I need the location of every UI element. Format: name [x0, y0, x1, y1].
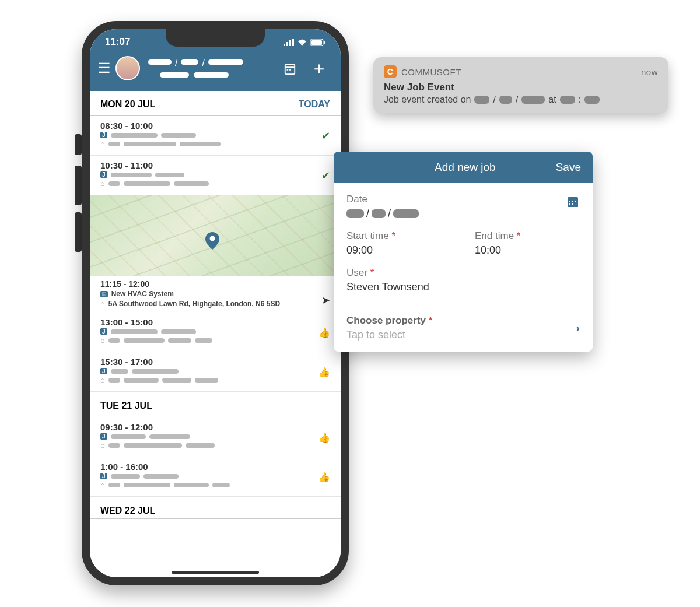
home-indicator[interactable] — [172, 571, 259, 574]
svg-rect-16 — [575, 201, 576, 202]
wifi-icon — [298, 36, 307, 48]
home-icon: ⌂ — [100, 299, 105, 308]
notification-app-name: COMMUSOFT — [401, 67, 461, 77]
app-header: ☰ // ＋ — [90, 51, 341, 91]
event-title: New HVAC System — [111, 290, 174, 298]
event-item[interactable]: 09:30 - 12:00 J ⌂ 👍️ — [90, 417, 341, 457]
event-item[interactable]: 1:00 - 16:00 J ⌂ 👍️ — [90, 457, 341, 497]
home-icon: ⌂ — [100, 179, 105, 188]
battery-icon — [310, 36, 326, 48]
end-time-label: End time — [475, 230, 514, 241]
add-job-modal: Add new job Save Date // Start time * 09… — [334, 152, 593, 352]
today-label[interactable]: TODAY — [299, 99, 330, 110]
user-field[interactable]: Steven Townsend — [346, 281, 580, 293]
menu-icon[interactable]: ☰ — [98, 60, 111, 76]
map-pin-icon — [205, 231, 219, 250]
thumbs-up-icon: 👍️ — [318, 471, 330, 482]
home-icon: ⌂ — [100, 480, 105, 489]
svg-rect-14 — [569, 201, 570, 202]
job-badge-icon: J — [100, 328, 107, 335]
calendar-picker-icon[interactable] — [566, 194, 580, 209]
chevron-right-icon[interactable]: › — [576, 321, 580, 335]
svg-rect-1 — [286, 42, 288, 46]
home-icon: ⌂ — [100, 376, 105, 384]
day-header-3: WED 22 JUL — [90, 497, 341, 519]
home-icon: ⌂ — [100, 441, 105, 450]
event-time: 13:00 - 15:00 — [100, 317, 330, 327]
notification-title: New Job Event — [384, 82, 658, 93]
svg-rect-17 — [569, 203, 570, 205]
home-icon: ⌂ — [100, 139, 105, 148]
app-logo-icon: C — [384, 65, 397, 78]
user-label: User — [346, 267, 368, 278]
thumbs-up-icon: 👍️ — [318, 327, 330, 338]
calendar-icon[interactable] — [279, 61, 301, 76]
home-icon: ⌂ — [100, 336, 105, 345]
status-time: 11:07 — [105, 36, 130, 48]
save-button[interactable]: Save — [556, 161, 581, 174]
end-time-field[interactable]: 10:00 — [475, 244, 580, 257]
push-notification[interactable]: C COMMUSOFT now New Job Event Job event … — [373, 57, 668, 113]
schedule-list[interactable]: MON 20 JUL TODAY 08:30 - 10:00 J ⌂ ✔ 10:… — [90, 91, 341, 569]
event-item[interactable]: 13:00 - 15:00 J ⌂ 👍️ — [90, 313, 341, 352]
property-field[interactable]: Tap to select — [346, 329, 432, 341]
event-item[interactable]: 10:30 - 11:00 J ⌂ ✔ — [90, 156, 341, 195]
phone-mockup: 11:07 ☰ // ＋ MON 20 JUL TODAY — [82, 21, 349, 585]
date-field[interactable]: // — [346, 208, 419, 220]
navigate-icon[interactable]: ➤ — [321, 294, 330, 307]
estimate-badge-icon: E — [100, 291, 108, 297]
start-time-field[interactable]: 09:00 — [346, 244, 452, 257]
avatar[interactable] — [116, 56, 140, 80]
header-title-redacted: // — [148, 58, 274, 79]
thumbs-up-icon: 👍️ — [318, 431, 330, 443]
svg-rect-3 — [292, 39, 294, 46]
job-badge-icon: J — [100, 368, 107, 374]
event-address: 5A Southwood Lawn Rd, Highgate, London, … — [108, 300, 280, 308]
event-time: 1:00 - 16:00 — [100, 462, 330, 472]
event-time: 15:30 - 17:00 — [100, 357, 330, 367]
job-badge-icon: J — [100, 473, 107, 479]
svg-point-11 — [209, 236, 215, 241]
check-icon: ✔ — [321, 129, 330, 142]
map-preview[interactable] — [90, 195, 341, 276]
day-label: WED 22 JUL — [100, 506, 155, 516]
svg-rect-18 — [572, 203, 573, 205]
notification-body: Job event created on // at : — [384, 94, 658, 105]
event-time: 09:30 - 12:00 — [100, 422, 330, 432]
svg-rect-0 — [284, 44, 285, 46]
job-badge-icon: J — [100, 433, 107, 440]
notification-time: now — [641, 67, 658, 77]
day-header-1: MON 20 JUL TODAY — [90, 91, 341, 116]
job-badge-icon: J — [100, 132, 107, 138]
signal-icon — [284, 36, 294, 48]
event-item[interactable]: 08:30 - 10:00 J ⌂ ✔ — [90, 116, 341, 156]
event-time: 10:30 - 11:00 — [100, 160, 330, 170]
day-label: MON 20 JUL — [100, 99, 155, 110]
svg-rect-10 — [289, 69, 291, 71]
svg-rect-9 — [287, 69, 289, 71]
check-icon: ✔ — [321, 169, 330, 182]
event-time: 08:30 - 10:00 — [100, 121, 330, 131]
event-item[interactable]: 15:30 - 17:00 J ⌂ 👍️ — [90, 352, 341, 392]
start-time-label: Start time — [346, 230, 389, 241]
svg-rect-5 — [312, 40, 322, 45]
modal-title: Add new job — [435, 161, 496, 174]
event-time: 11:15 - 12:00 — [100, 279, 330, 289]
phone-notch — [166, 29, 265, 47]
svg-rect-6 — [324, 41, 325, 44]
day-label: TUE 21 JUL — [100, 401, 152, 411]
svg-rect-15 — [572, 201, 573, 202]
event-item-expanded[interactable]: 11:15 - 12:00 ENew HVAC System ⌂5A South… — [90, 276, 341, 313]
job-badge-icon: J — [100, 171, 107, 178]
svg-rect-2 — [289, 40, 291, 46]
thumbs-up-icon: 👍️ — [318, 366, 330, 377]
property-label: Choose property — [346, 315, 426, 326]
date-label: Date — [346, 194, 419, 205]
status-icons — [284, 36, 326, 48]
svg-rect-13 — [568, 199, 578, 207]
day-header-2: TUE 21 JUL — [90, 392, 341, 417]
